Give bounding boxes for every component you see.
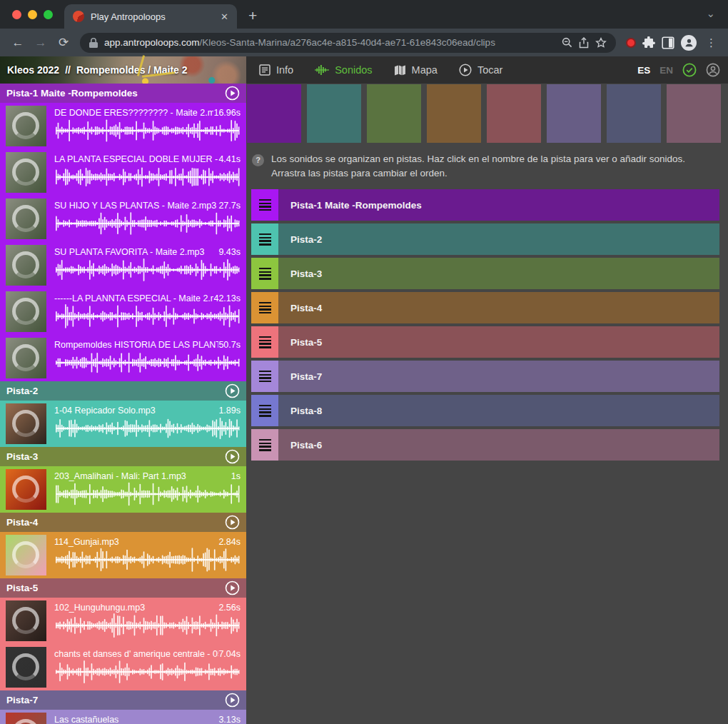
track-row-label[interactable]: Pista-3 (278, 258, 719, 289)
track-section-header[interactable]: Pista-3 (0, 447, 246, 466)
track-drag-handle[interactable] (251, 429, 278, 461)
track-row-label[interactable]: Pista-8 (278, 395, 719, 426)
track-drag-handle[interactable] (251, 395, 278, 426)
tab-close-icon[interactable]: ✕ (221, 11, 228, 22)
share-icon[interactable] (579, 37, 589, 49)
new-tab-button[interactable]: + (237, 7, 257, 29)
track-section-header[interactable]: Pista-1 Maite -Rompemoldes (0, 84, 246, 103)
track-section-header[interactable]: Pista-2 (0, 381, 246, 401)
clip-waveform[interactable] (54, 659, 241, 685)
track-row: Pista-6 (251, 429, 719, 461)
clip-thumbnail (6, 198, 46, 239)
clip-waveform[interactable] (54, 211, 241, 236)
url-text[interactable]: app.antropoloops.com/Kleos-Santa-Marina/… (104, 37, 555, 48)
bookmark-star-icon[interactable] (595, 37, 607, 49)
window-close-button[interactable] (12, 10, 21, 19)
clip-waveform[interactable] (54, 118, 241, 144)
nav-tocar[interactable]: Tocar (459, 64, 502, 76)
track-drag-handle[interactable] (251, 223, 278, 255)
clip-waveform[interactable] (54, 481, 241, 507)
track-drag-handle[interactable] (251, 258, 278, 289)
track-row-label[interactable]: Pista-5 (278, 326, 719, 358)
browser-menu-icon[interactable]: ⋮ (703, 36, 719, 49)
lang-es-button[interactable]: ES (637, 65, 650, 76)
track-drag-handle[interactable] (251, 326, 278, 358)
track-row-label[interactable]: Pista-7 (278, 361, 719, 392)
side-panel-icon[interactable] (662, 36, 674, 49)
clip-body: ------LA PLANNTA ESPECIAL - Maite 2.mp34… (54, 291, 241, 335)
track-drag-handle[interactable] (251, 189, 278, 221)
lock-icon (89, 38, 98, 48)
browser-tab[interactable]: Play Antropoloops ✕ (64, 4, 237, 29)
track-row-label[interactable]: Pista-6 (278, 429, 719, 461)
track-drag-handle[interactable] (251, 292, 278, 323)
clip-duration: 42.13s (213, 293, 241, 303)
loop-ring-icon (12, 719, 39, 724)
track-row-label[interactable]: Pista-4 (278, 292, 719, 323)
map-icon (394, 65, 406, 76)
window-minimize-button[interactable] (28, 10, 37, 19)
play-track-icon[interactable] (225, 449, 240, 464)
breadcrumb-project[interactable]: Kleos 2022 (7, 64, 59, 76)
audio-clip[interactable]: Rompemoldes HISTORIA DE LAS PLANTAS...50… (0, 335, 246, 381)
back-button[interactable]: ← (7, 36, 29, 50)
clip-waveform[interactable] (54, 547, 241, 573)
audio-clip[interactable]: 1-04 Repicador Solo.mp31.89s (0, 401, 246, 447)
reload-button[interactable]: ⟳ (53, 35, 74, 50)
clip-waveform[interactable] (54, 613, 241, 638)
play-track-icon[interactable] (225, 86, 240, 101)
clip-title-row: 102_Hunguhungu.mp32.56s (54, 603, 241, 613)
clip-waveform[interactable] (54, 303, 241, 329)
play-track-icon[interactable] (225, 580, 240, 595)
sync-check-icon[interactable] (682, 63, 697, 77)
tab-favicon-icon (73, 11, 84, 22)
track-section: Pista-5102_Hunguhungu.mp32.56schants et … (0, 578, 246, 690)
clip-name: 203_Amalihani - Mali: Part 1.mp3 (54, 471, 231, 481)
browser-profile-avatar[interactable] (681, 35, 697, 51)
clip-waveform[interactable] (54, 350, 241, 376)
track-section: Pista-1 Maite -RompemoldesDE DONDE ERES?… (0, 84, 246, 381)
drag-handle-icon (259, 371, 271, 383)
nav-mapa[interactable]: Mapa (394, 64, 438, 76)
clip-waveform[interactable] (54, 257, 241, 283)
track-section-header[interactable]: Pista-5 (0, 578, 246, 598)
audio-clip[interactable]: 102_Hunguhungu.mp32.56s (0, 598, 246, 644)
clip-body: Las castañuelas3.13s (54, 713, 241, 724)
audio-clip[interactable]: ------LA PLANNTA ESPECIAL - Maite 2.mp34… (0, 288, 246, 335)
audio-clip[interactable]: SU PLANTA FAVORITA - Maite 2.mp39.43s (0, 242, 246, 288)
track-rows: Pista-1 Maite -RompemoldesPista-2Pista-3… (246, 180, 728, 461)
record-indicator-icon[interactable] (626, 38, 636, 48)
tab-search-chevron-icon[interactable]: ⌄ (706, 7, 728, 29)
address-bar[interactable]: app.antropoloops.com/Kleos-Santa-Marina/… (80, 33, 616, 53)
audio-clip[interactable]: chants et danses d' amerique centrale - … (0, 644, 246, 690)
audio-clip[interactable]: DE DONDE ERES???????? - Maite 2.mp316.96… (0, 103, 246, 149)
breadcrumb-map-banner[interactable]: Kleos 2022 // Rompemoldes / Maite 2 (0, 56, 246, 84)
track-row-label[interactable]: Pista-1 Maite -Rompemoldes (278, 189, 719, 221)
clip-waveform[interactable] (54, 164, 241, 190)
help-line: ? Los sonidos se organizan en pistas. Ha… (246, 143, 728, 180)
audio-clip[interactable]: 203_Amalihani - Mali: Part 1.mp31s (0, 466, 246, 513)
track-drag-handle[interactable] (251, 361, 278, 392)
play-track-icon[interactable] (225, 383, 240, 398)
track-section-header[interactable]: Pista-7 (0, 690, 246, 710)
window-zoom-button[interactable] (44, 10, 53, 19)
play-track-icon[interactable] (225, 693, 240, 708)
account-icon[interactable] (706, 63, 720, 77)
nav-info[interactable]: Info (259, 64, 293, 76)
track-section-header[interactable]: Pista-4 (0, 513, 246, 532)
zoom-icon[interactable] (562, 37, 572, 48)
nav-sonidos[interactable]: Sonidos (315, 64, 372, 76)
audio-clip[interactable]: Las castañuelas3.13s (0, 710, 246, 724)
clip-thumbnail (6, 600, 46, 641)
clip-thumbnail (6, 535, 46, 575)
extensions-puzzle-icon[interactable] (642, 36, 655, 49)
track-row: Pista-4 (251, 292, 719, 323)
audio-clip[interactable]: LA PLANTA ESPECIAL DOBLE MUJER - Mai...4… (0, 149, 246, 196)
clip-title-row: SU PLANTA FAVORITA - Maite 2.mp39.43s (54, 247, 241, 257)
track-row-label[interactable]: Pista-2 (278, 223, 719, 255)
lang-en-button[interactable]: EN (659, 65, 673, 76)
audio-clip[interactable]: SU HIJO Y LAS PLANTAS - Maite 2.mp327.7s (0, 196, 246, 242)
play-track-icon[interactable] (225, 515, 240, 530)
audio-clip[interactable]: 114_Gunjai.mp32.84s (0, 532, 246, 578)
clip-waveform[interactable] (54, 416, 241, 441)
